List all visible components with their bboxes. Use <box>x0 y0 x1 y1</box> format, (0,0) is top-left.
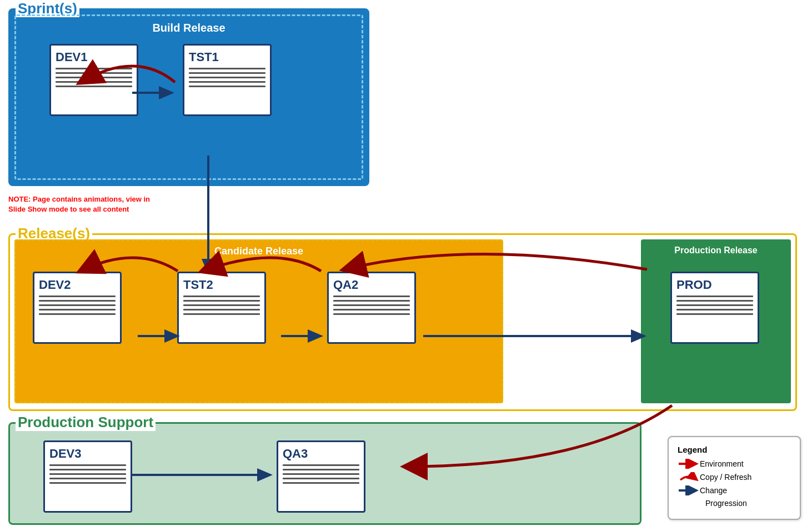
candidate-label: Candidate Release <box>16 241 502 262</box>
blue-arrow-icon <box>678 485 700 495</box>
dev1-box: DEV1 <box>49 44 138 116</box>
line <box>189 72 265 74</box>
line <box>333 304 410 306</box>
tst1-title: TST1 <box>189 50 265 64</box>
line <box>56 77 132 78</box>
line <box>39 295 116 297</box>
qa3-box: QA3 <box>277 440 365 513</box>
dev2-box: DEV2 <box>33 272 122 344</box>
note-line2: Slide Show mode to see all content <box>8 204 150 214</box>
legend-box: Legend Environment Co <box>668 436 801 520</box>
line <box>333 313 410 315</box>
line <box>39 300 116 302</box>
red-arrow-icon <box>678 459 700 469</box>
dev1-lines <box>56 68 132 87</box>
sprint-section: Sprint(s) Build Release DEV1 TST1 <box>8 8 369 186</box>
tst1-lines <box>189 68 265 87</box>
line <box>183 295 260 297</box>
prod-title: PROD <box>676 278 753 292</box>
candidate-release-inner: Candidate Release DEV2 TST2 <box>14 239 503 403</box>
line <box>183 300 260 302</box>
line <box>283 482 359 484</box>
line <box>189 77 265 78</box>
qa2-box: QA2 <box>327 272 416 344</box>
qa3-title: QA3 <box>283 447 359 461</box>
tst2-box: TST2 <box>177 272 266 344</box>
line <box>183 304 260 306</box>
line <box>676 304 753 306</box>
line <box>676 295 753 297</box>
release-section: Release(s) Candidate Release DEV2 TST2 <box>8 233 797 411</box>
red-curved-arrow-icon <box>678 472 700 482</box>
line <box>56 86 132 87</box>
legend-copy-label: Copy / Refresh <box>700 473 751 482</box>
line <box>183 313 260 315</box>
qa3-lines <box>283 464 359 484</box>
line <box>39 309 116 310</box>
legend-title: Legend <box>678 445 791 454</box>
dev3-title: DEV3 <box>49 447 126 461</box>
legend-change-label: Change <box>700 486 727 495</box>
line <box>676 300 753 302</box>
line <box>189 81 265 83</box>
line <box>49 482 126 484</box>
legend-env-label: Environment <box>700 459 744 468</box>
line <box>39 304 116 306</box>
prodsupport-section: Production Support DEV3 QA3 <box>8 422 641 525</box>
dev3-lines <box>49 464 126 484</box>
prodsupport-label: Production Support <box>16 414 156 431</box>
line <box>56 72 132 74</box>
line <box>49 469 126 470</box>
main-container: Sprint(s) Build Release DEV1 TST1 <box>0 0 812 531</box>
line <box>56 81 132 83</box>
legend-progression-label: Progression <box>705 499 747 508</box>
line <box>49 464 126 466</box>
line <box>333 309 410 310</box>
tst2-title: TST2 <box>183 278 260 292</box>
line <box>676 309 753 310</box>
qa2-title: QA2 <box>333 278 410 292</box>
dev2-lines <box>39 295 116 315</box>
dev2-title: DEV2 <box>39 278 116 292</box>
line <box>283 473 359 475</box>
dev3-box: DEV3 <box>43 440 132 513</box>
line <box>189 86 265 87</box>
legend-item-progression: Progression <box>678 499 791 508</box>
tst2-lines <box>183 295 260 315</box>
note-text: NOTE: Page contains animations, view in … <box>8 194 150 214</box>
line <box>39 313 116 315</box>
line <box>283 478 359 479</box>
dev1-title: DEV1 <box>56 50 132 64</box>
prod-release-label: Production Release <box>643 241 789 260</box>
line <box>676 313 753 315</box>
production-release-box: Production Release PROD <box>641 239 791 403</box>
line <box>49 473 126 475</box>
prod-box: PROD <box>670 272 759 344</box>
line <box>333 300 410 302</box>
line <box>189 68 265 69</box>
line <box>56 68 132 69</box>
sprint-inner: Build Release DEV1 TST1 <box>14 14 363 180</box>
legend-item-environment: Environment <box>678 459 791 469</box>
line <box>49 478 126 479</box>
line <box>183 309 260 310</box>
line <box>283 464 359 466</box>
legend-item-copy: Copy / Refresh <box>678 472 791 482</box>
legend-item-change: Change <box>678 485 791 495</box>
qa2-lines <box>333 295 410 315</box>
line <box>283 469 359 470</box>
prod-lines <box>676 295 753 315</box>
build-release-label: Build Release <box>16 16 362 39</box>
note-line1: NOTE: Page contains animations, view in <box>8 194 150 204</box>
line <box>333 295 410 297</box>
tst1-box: TST1 <box>183 44 272 116</box>
